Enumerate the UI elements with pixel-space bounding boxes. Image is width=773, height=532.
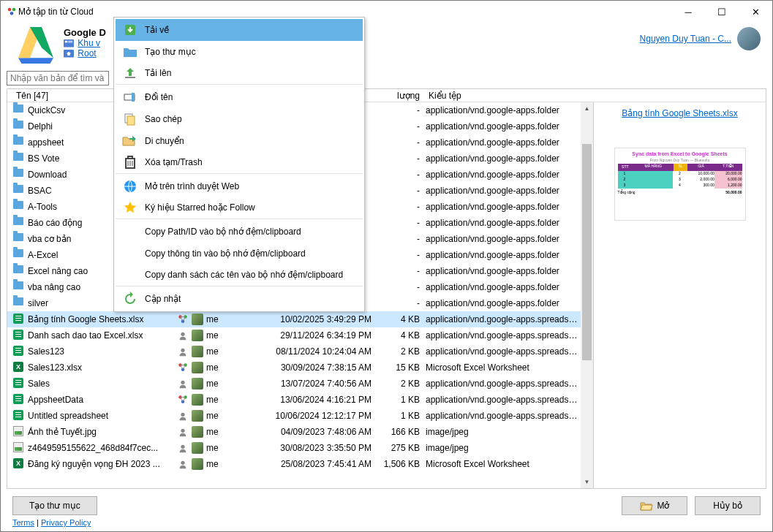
sheet-icon (13, 314, 25, 325)
owner-avatar (192, 378, 203, 390)
svg-point-11 (181, 332, 184, 336)
file-type: application/vnd.google-apps.spreadsheet (420, 346, 581, 357)
file-name: Untitled spreadsheet (28, 411, 174, 421)
file-owner: me (192, 442, 265, 454)
create-folder-button[interactable]: Tạo thư mục (12, 496, 97, 515)
menu-item-copy-th-ng-tin-v-o-b[interactable]: Copy thông tin vào bộ nhớ đệm/clipboard (116, 243, 363, 265)
file-type: application/vnd.google-apps.folder (420, 121, 581, 132)
file-row[interactable]: Untitled spreadsheetme10/06/2024 12:12:1… (7, 408, 581, 424)
menu-item-copy-path-id-v-o-b-n[interactable]: Copy Path/ID vào bộ nhớ đệm/clipboard (116, 221, 363, 243)
preview-filename-link[interactable]: Bảng tính Google Sheets.xlsx (600, 108, 760, 118)
menu-item-m-tr-n-tr-nh-duy-t-w[interactable]: Mở trên trình duyệt Web (116, 175, 363, 197)
file-size: 166 KB (380, 427, 420, 437)
root-link[interactable]: Root (78, 48, 96, 58)
menu-item-t-o-th-m-c[interactable]: Tạo thư mục (116, 41, 363, 63)
user-link[interactable]: Nguyen Duy Tuan - C... (640, 34, 731, 44)
file-row[interactable]: Ảnh thẻ Tuyết.jpgme04/09/2023 7:48:06 AM… (7, 424, 581, 440)
scroll-down-button[interactable]: ▼ (581, 476, 593, 488)
col-type[interactable]: Kiểu tệp (423, 91, 760, 101)
file-type: application/vnd.google-apps.spreadsheet (420, 314, 581, 324)
file-name: Sales123 (28, 346, 174, 357)
folder-icon (13, 201, 25, 213)
file-name: Ảnh thẻ Tuyết.jpg (28, 427, 174, 437)
menu-item-c-p-nh-t[interactable]: Cập nhật (116, 288, 363, 310)
menu-item-di-chuy-n[interactable]: Di chuyển (116, 130, 363, 152)
file-row[interactable]: Bảng tính Google Sheets.xlsxme10/02/2025… (7, 311, 581, 327)
terms-link[interactable]: Terms (12, 518, 34, 527)
file-size: - (380, 298, 420, 308)
file-modified: 30/09/2024 7:38:15 AM (265, 362, 380, 373)
svg-rect-27 (132, 93, 135, 102)
share-icon (174, 346, 192, 357)
excel-icon: X (13, 362, 25, 373)
menu-item-label: Di chuyển (145, 136, 357, 146)
svg-point-12 (181, 349, 184, 352)
owner-name: me (206, 362, 219, 373)
file-type: application/vnd.google-apps.folder (420, 202, 581, 212)
close-button[interactable]: ✕ (739, 1, 772, 23)
file-type: application/vnd.google-apps.folder (420, 266, 581, 276)
svg-rect-3 (64, 39, 74, 48)
scrollbar[interactable]: ▲ ▼ (581, 102, 593, 488)
scroll-thumb[interactable] (582, 144, 592, 360)
folder-icon (13, 169, 25, 180)
google-drive-icon (15, 27, 56, 64)
folder-icon (13, 217, 25, 229)
open-button[interactable]: Mở (622, 496, 687, 515)
menu-item-x-a-t-m-trash[interactable]: Xóa tạm/Trash (116, 152, 363, 174)
file-row[interactable]: XĐăng ký nguyện vọng ĐH 2023 ...me25/08/… (7, 456, 581, 472)
file-type: Microsoft Excel Worksheet (420, 459, 581, 469)
file-owner: me (192, 394, 265, 406)
menu-item-label: Tạo thư mục (145, 47, 357, 57)
owner-avatar (192, 410, 203, 422)
file-row[interactable]: Salesme13/07/2024 7:40:56 AM2 KBapplicat… (7, 376, 581, 392)
file-size: 2 KB (380, 346, 420, 357)
context-menu[interactable]: Tải vềTạo thư mụcTải lênĐổi tênSao chépD… (113, 17, 365, 312)
owner-name: me (206, 427, 219, 437)
owner-avatar (192, 458, 203, 470)
folder-icon (13, 297, 25, 309)
minimize-button[interactable]: ─ (671, 1, 705, 23)
region-link[interactable]: Khu v (78, 38, 100, 48)
file-row[interactable]: Sales123me08/11/2024 10:24:04 AM2 KBappl… (7, 343, 581, 360)
sheet-icon (13, 410, 25, 422)
scroll-up-button[interactable]: ▲ (581, 102, 593, 115)
menu-item-label: Xóa tạm/Trash (145, 157, 357, 167)
copy-icon (121, 112, 139, 126)
open-button-label: Mở (657, 501, 670, 511)
avatar[interactable] (737, 27, 761, 50)
maximize-button[interactable]: ☐ (705, 1, 739, 23)
scroll-track[interactable] (581, 115, 593, 476)
file-type: application/vnd.google-apps.folder (420, 170, 581, 180)
menu-item-copy-danh-s-ch-c-c-t[interactable]: Copy danh sách các tên vào bộ nhớ đệm/cl… (116, 265, 363, 286)
app-icon (7, 7, 17, 16)
file-row[interactable]: XSales123.xlsxme30/09/2024 7:38:15 AM15 … (7, 360, 581, 376)
col-size[interactable]: lượng (383, 91, 423, 101)
svg-rect-29 (127, 116, 135, 125)
cancel-button[interactable]: Hủy bỏ (695, 496, 761, 515)
file-row[interactable]: AppsheetDatame13/06/2024 4:16:21 PM1 KBa… (7, 392, 581, 408)
file-type: image/jpeg (420, 427, 581, 437)
file-modified: 13/06/2024 4:16:21 PM (265, 395, 380, 405)
menu-item-k-hi-u-starred-ho-c-[interactable]: Ký hiệu Starred hoặc Follow (116, 197, 363, 219)
menu-item-label: Mở trên trình duyệt Web (145, 181, 357, 191)
menu-item-sao-ch-p[interactable]: Sao chép (116, 108, 363, 130)
owner-avatar (192, 394, 203, 406)
sheet-icon (13, 346, 25, 357)
menu-item--i-t-n[interactable]: Đổi tên (116, 86, 363, 108)
file-row[interactable]: z4649595155622_468d84f7cec...me30/08/202… (7, 440, 581, 456)
search-input[interactable] (7, 71, 109, 86)
share-icon (174, 427, 192, 437)
privacy-link[interactable]: Privacy Policy (41, 518, 91, 527)
file-type: application/vnd.google-apps.folder (420, 234, 581, 244)
svg-rect-25 (125, 77, 135, 78)
file-row[interactable]: Danh sach dao tao Excel.xlsxme29/11/2024… (7, 327, 581, 343)
file-modified: 25/08/2023 7:45:41 AM (265, 459, 380, 469)
menu-item-t-i-v-[interactable]: Tải về (116, 19, 363, 41)
region-icon (64, 39, 74, 48)
file-type: application/vnd.google-apps.folder (420, 298, 581, 308)
folder-icon (13, 104, 25, 116)
menu-item-t-i-l-n[interactable]: Tải lên (116, 63, 363, 85)
file-size: 1 KB (380, 411, 420, 421)
menu-item-label: Copy thông tin vào bộ nhớ đệm/clipboard (145, 248, 357, 259)
